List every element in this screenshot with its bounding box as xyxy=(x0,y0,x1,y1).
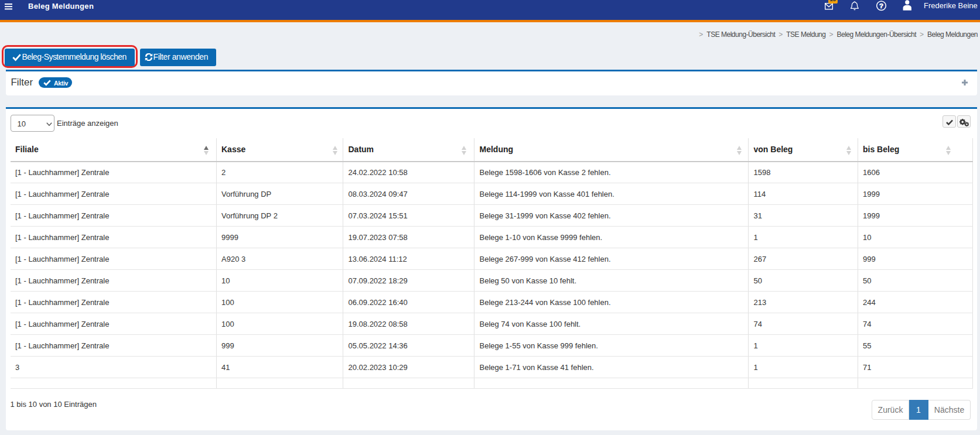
svg-text:?: ? xyxy=(879,2,883,9)
